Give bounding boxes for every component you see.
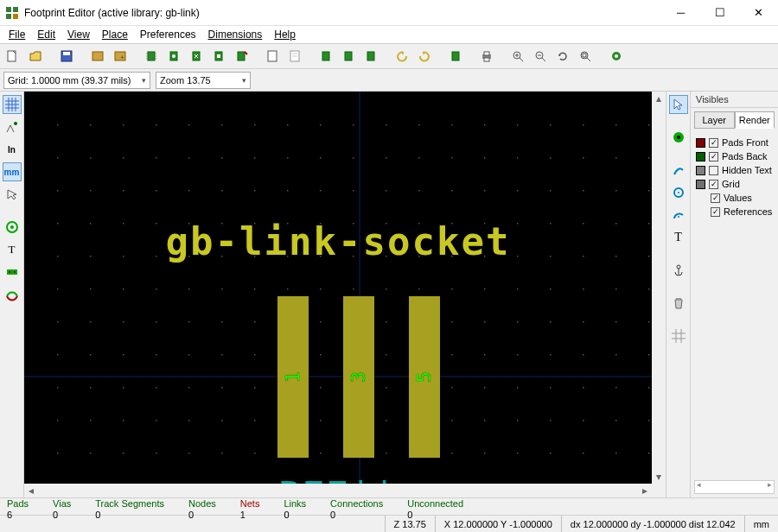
color-swatch[interactable] — [696, 152, 705, 162]
pad-5[interactable]: 5 — [409, 296, 440, 458]
inch-unit-button[interactable]: In — [3, 140, 22, 159]
pad-number: 5 — [414, 371, 436, 383]
render-row[interactable]: ✓Values — [696, 191, 773, 205]
render-row[interactable]: Hidden Text — [696, 163, 773, 177]
chip-button-9[interactable] — [446, 47, 465, 66]
visibility-checkbox[interactable]: ✓ — [711, 193, 720, 203]
tab-layer[interactable]: Layer — [694, 111, 735, 129]
svg-point-54 — [10, 225, 14, 229]
redo-button[interactable] — [415, 47, 434, 66]
vertical-scrollbar[interactable]: ▴▾ — [652, 92, 666, 484]
doc-button-1[interactable] — [263, 47, 282, 66]
pad-outline-button[interactable] — [3, 218, 22, 237]
new-footprint-button[interactable] — [3, 47, 22, 66]
minimize-button[interactable]: ─ — [661, 0, 700, 26]
status-xy: X 12.000000 Y -1.000000 — [435, 516, 561, 532]
panel-hscroll[interactable]: ◂▸ — [694, 480, 775, 494]
grid-selector[interactable]: Grid: 1.0000 mm (39.37 mils)▾ — [3, 72, 150, 89]
undo-button[interactable] — [392, 47, 411, 66]
delete-button[interactable] — [669, 294, 688, 313]
print-button[interactable] — [477, 47, 496, 66]
svg-rect-56 — [9, 271, 10, 273]
chip-button-1[interactable] — [142, 47, 161, 66]
status-unit: mm — [744, 516, 778, 532]
select-tool-button[interactable] — [669, 95, 688, 114]
pad-1[interactable]: 1 — [277, 296, 309, 458]
library-add-button[interactable]: + — [111, 47, 130, 66]
contrast-button[interactable] — [3, 285, 22, 304]
doc-button-2[interactable] — [285, 47, 304, 66]
svg-rect-3 — [13, 14, 18, 19]
visibility-checkbox[interactable]: ✓ — [709, 138, 718, 148]
refresh-button[interactable] — [553, 47, 572, 66]
add-arc-button[interactable] — [669, 206, 688, 225]
status-zoom: Z 13.75 — [385, 516, 435, 532]
chip-button-2[interactable] — [164, 47, 183, 66]
menu-help[interactable]: Help — [269, 27, 301, 42]
svg-point-41 — [581, 52, 588, 59]
polar-toggle-button[interactable] — [3, 117, 22, 136]
settings-button[interactable] — [607, 47, 626, 66]
zoom-fit-button[interactable] — [576, 47, 595, 66]
render-row[interactable]: ✓Pads Back — [696, 149, 773, 163]
chip-button-5[interactable] — [232, 47, 251, 66]
library-button[interactable] — [88, 47, 107, 66]
svg-point-45 — [615, 54, 618, 58]
menu-preferences[interactable]: Preferences — [135, 27, 201, 42]
visibles-panel: Visibles Layer Render ✓Pads Front✓Pads B… — [690, 92, 778, 497]
editor-canvas[interactable]: gb-link-socket 135 REF** — [24, 92, 666, 497]
chip-button-8[interactable] — [361, 47, 380, 66]
save-button[interactable] — [57, 47, 76, 66]
chip-button-4[interactable] — [209, 47, 228, 66]
render-row[interactable]: ✓Grid — [696, 177, 773, 191]
close-button[interactable]: ✕ — [739, 0, 778, 26]
visibility-checkbox[interactable]: ✓ — [711, 207, 720, 217]
chip-button-6[interactable] — [316, 47, 335, 66]
color-swatch[interactable] — [696, 138, 705, 148]
render-row[interactable]: ✓References — [696, 205, 773, 218]
pad-3[interactable]: 3 — [343, 296, 374, 458]
svg-point-63 — [677, 136, 680, 139]
svg-rect-2 — [6, 14, 11, 19]
grid-origin-button[interactable] — [669, 326, 688, 345]
chip-button-7[interactable] — [339, 47, 358, 66]
menu-view[interactable]: View — [62, 27, 95, 42]
visibility-checkbox[interactable]: ✓ — [709, 180, 718, 189]
menu-file[interactable]: File — [3, 27, 30, 42]
maximize-button[interactable]: ☐ — [700, 0, 739, 26]
zoom-selector[interactable]: Zoom 13.75▾ — [156, 72, 251, 89]
mm-unit-button[interactable]: mm — [3, 162, 22, 181]
horizontal-scrollbar[interactable]: ◂▸ — [24, 484, 652, 497]
visibility-checkbox[interactable]: ✓ — [709, 152, 718, 162]
render-label: Pads Back — [722, 151, 768, 162]
text-outline-button[interactable]: T — [3, 240, 22, 259]
add-line-button[interactable] — [669, 161, 688, 180]
svg-rect-69 — [676, 298, 681, 300]
menu-place[interactable]: Place — [97, 27, 133, 42]
render-list: ✓Pads Front✓Pads BackHidden Text✓Grid✓Va… — [691, 132, 778, 222]
add-circle-button[interactable] — [669, 183, 688, 202]
svg-line-42 — [587, 58, 590, 61]
svg-point-67 — [677, 265, 680, 269]
render-row[interactable]: ✓Pads Front — [696, 136, 773, 149]
svg-rect-10 — [148, 52, 155, 60]
cursor-shape-button[interactable] — [3, 185, 22, 204]
open-footprint-button[interactable] — [26, 47, 45, 66]
chip-button-3[interactable] — [187, 47, 206, 66]
color-swatch[interactable] — [696, 166, 705, 175]
add-text-button[interactable]: T — [669, 228, 688, 247]
menu-dimensions[interactable]: Dimensions — [203, 27, 268, 42]
visibility-checkbox[interactable] — [709, 166, 718, 175]
anchor-button[interactable] — [669, 261, 688, 280]
add-pad-button[interactable] — [669, 128, 688, 147]
color-swatch[interactable] — [696, 180, 705, 189]
svg-rect-6 — [63, 52, 70, 55]
edge-outline-button[interactable] — [3, 263, 22, 282]
zoom-out-button[interactable] — [531, 47, 550, 66]
tab-render[interactable]: Render — [735, 111, 775, 129]
svg-rect-7 — [92, 52, 103, 60]
footprint-value-text[interactable]: gb-link-socket — [24, 219, 652, 263]
grid-toggle-button[interactable] — [3, 95, 22, 114]
menu-edit[interactable]: Edit — [32, 27, 61, 42]
zoom-in-button[interactable] — [508, 47, 527, 66]
